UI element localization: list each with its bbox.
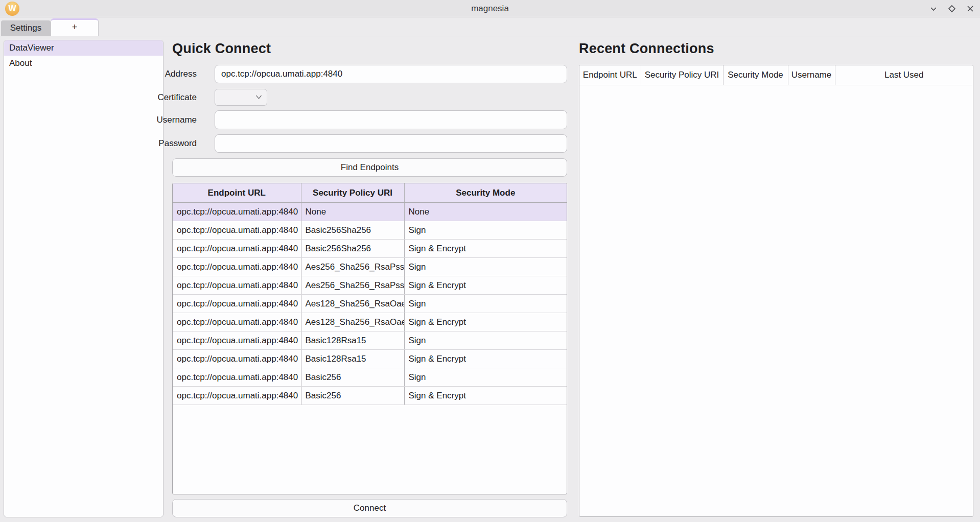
title-bar: W magnesia xyxy=(0,0,980,17)
sidebar-item-dataviewer[interactable]: DataViewer xyxy=(4,40,163,56)
column-header-security-policy-uri[interactable]: Security Policy URI xyxy=(301,183,404,203)
table-cell[interactable]: Basic128Rsa15 xyxy=(301,331,404,350)
minimize-icon[interactable] xyxy=(928,3,939,14)
window-controls xyxy=(928,0,976,17)
table-cell[interactable]: Sign & Encrypt xyxy=(404,387,567,405)
password-input[interactable] xyxy=(215,134,567,153)
table-row[interactable]: opc.tcp://opcua.umati.app:4840Basic256Sh… xyxy=(173,240,567,258)
table-cell[interactable]: opc.tcp://opcua.umati.app:4840 xyxy=(173,276,301,295)
address-label: Address xyxy=(133,65,197,83)
table-row[interactable]: opc.tcp://opcua.umati.app:4840Basic128Rs… xyxy=(173,350,567,368)
table-cell[interactable]: Sign xyxy=(404,258,567,276)
table-cell[interactable]: opc.tcp://opcua.umati.app:4840 xyxy=(173,368,301,387)
table-cell[interactable]: Basic256Sha256 xyxy=(301,221,404,240)
table-cell[interactable]: None xyxy=(404,203,567,221)
table-cell[interactable]: opc.tcp://opcua.umati.app:4840 xyxy=(173,387,301,405)
column-header-last-used[interactable]: Last Used xyxy=(835,65,973,85)
column-header-security-mode[interactable]: Security Mode xyxy=(723,65,788,85)
table-row[interactable]: opc.tcp://opcua.umati.app:4840Aes256_Sha… xyxy=(173,258,567,276)
recent-header-row: Endpoint URL Security Policy URI Securit… xyxy=(579,65,973,85)
endpoints-table: Endpoint URL Security Policy URI Securit… xyxy=(173,183,567,405)
close-icon[interactable] xyxy=(965,3,976,14)
endpoints-header-row: Endpoint URL Security Policy URI Securit… xyxy=(173,183,567,203)
recent-connections-table: Endpoint URL Security Policy URI Securit… xyxy=(579,65,973,85)
column-header-endpoint-url[interactable]: Endpoint URL xyxy=(579,65,641,85)
recent-connections-panel: Endpoint URL Security Policy URI Securit… xyxy=(579,65,973,517)
table-cell[interactable]: opc.tcp://opcua.umati.app:4840 xyxy=(173,203,301,221)
tab-settings[interactable]: Settings xyxy=(1,20,51,36)
column-header-username[interactable]: Username xyxy=(788,65,835,85)
certificate-dropdown[interactable] xyxy=(215,89,267,106)
table-cell[interactable]: opc.tcp://opcua.umati.app:4840 xyxy=(173,350,301,368)
table-cell[interactable]: Sign xyxy=(404,221,567,240)
table-cell[interactable]: Basic128Rsa15 xyxy=(301,350,404,368)
chevron-down-icon xyxy=(255,94,262,100)
table-row[interactable]: opc.tcp://opcua.umati.app:4840Basic256Si… xyxy=(173,368,567,387)
username-label: Username xyxy=(133,110,197,129)
table-row[interactable]: opc.tcp://opcua.umati.app:4840Aes128_Sha… xyxy=(173,295,567,313)
column-header-security-policy-uri[interactable]: Security Policy URI xyxy=(641,65,723,85)
certificate-label: Certificate xyxy=(133,89,197,106)
table-cell[interactable]: Basic256 xyxy=(301,387,404,405)
table-cell[interactable]: Basic256 xyxy=(301,368,404,387)
table-cell[interactable]: Aes128_Sha256_RsaOaep xyxy=(301,313,404,331)
table-cell[interactable]: Aes128_Sha256_RsaOaep xyxy=(301,295,404,313)
table-row[interactable]: opc.tcp://opcua.umati.app:4840NoneNone xyxy=(173,203,567,221)
table-cell[interactable]: Sign & Encrypt xyxy=(404,350,567,368)
username-input[interactable] xyxy=(215,110,567,129)
table-cell[interactable]: Sign & Encrypt xyxy=(404,313,567,331)
recent-connections-title: Recent Connections xyxy=(579,41,714,57)
table-cell[interactable]: opc.tcp://opcua.umati.app:4840 xyxy=(173,258,301,276)
table-row[interactable]: opc.tcp://opcua.umati.app:4840Basic256Si… xyxy=(173,387,567,405)
table-cell[interactable]: None xyxy=(301,203,404,221)
table-cell[interactable]: opc.tcp://opcua.umati.app:4840 xyxy=(173,331,301,350)
endpoints-table-panel: Endpoint URL Security Policy URI Securit… xyxy=(172,183,567,494)
tabbar-divider xyxy=(0,36,980,36)
find-endpoints-button[interactable]: Find Endpoints xyxy=(172,158,567,177)
table-row[interactable]: opc.tcp://opcua.umati.app:4840Aes128_Sha… xyxy=(173,313,567,331)
new-tab-button[interactable]: + xyxy=(51,18,99,36)
quick-connect-title: Quick Connect xyxy=(172,41,271,57)
table-cell[interactable]: opc.tcp://opcua.umati.app:4840 xyxy=(173,221,301,240)
table-cell[interactable]: Sign & Encrypt xyxy=(404,276,567,295)
table-row[interactable]: opc.tcp://opcua.umati.app:4840Aes256_Sha… xyxy=(173,276,567,295)
column-header-endpoint-url[interactable]: Endpoint URL xyxy=(173,183,301,203)
table-cell[interactable]: Sign xyxy=(404,295,567,313)
table-row[interactable]: opc.tcp://opcua.umati.app:4840Basic128Rs… xyxy=(173,331,567,350)
table-cell[interactable]: Aes256_Sha256_RsaPss xyxy=(301,258,404,276)
table-cell[interactable]: opc.tcp://opcua.umati.app:4840 xyxy=(173,240,301,258)
address-input[interactable] xyxy=(215,65,567,83)
table-cell[interactable]: Aes256_Sha256_RsaPss xyxy=(301,276,404,295)
table-cell[interactable]: Sign xyxy=(404,331,567,350)
password-label: Password xyxy=(133,134,197,153)
table-cell[interactable]: Basic256Sha256 xyxy=(301,240,404,258)
table-row[interactable]: opc.tcp://opcua.umati.app:4840Basic256Sh… xyxy=(173,221,567,240)
table-cell[interactable]: Sign & Encrypt xyxy=(404,240,567,258)
maximize-icon[interactable] xyxy=(946,3,958,14)
connect-button[interactable]: Connect xyxy=(172,499,567,517)
column-header-security-mode[interactable]: Security Mode xyxy=(404,183,567,203)
table-cell[interactable]: opc.tcp://opcua.umati.app:4840 xyxy=(173,295,301,313)
window-title: magnesia xyxy=(0,0,980,17)
table-cell[interactable]: opc.tcp://opcua.umati.app:4840 xyxy=(173,313,301,331)
table-cell[interactable]: Sign xyxy=(404,368,567,387)
